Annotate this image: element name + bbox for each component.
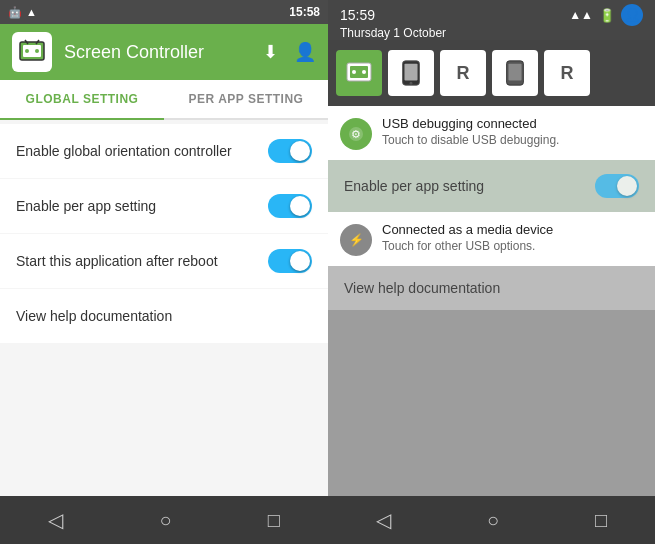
notif-usb-row: ⚙ USB debugging connected Touch to disab… bbox=[340, 116, 643, 150]
svg-point-12 bbox=[410, 82, 413, 85]
notif-usb-title: USB debugging connected bbox=[382, 116, 559, 131]
blurred-setting-row: Enable per app setting bbox=[328, 160, 655, 212]
setting-global-orientation: Enable global orientation controller bbox=[0, 124, 328, 178]
status-bar-right: 15:59 ▲▲ 🔋 👤 Thursday 1 October bbox=[328, 0, 655, 40]
app-logo bbox=[12, 32, 52, 72]
svg-point-9 bbox=[362, 70, 366, 74]
back-button-left[interactable]: ◁ bbox=[24, 500, 87, 540]
notif-usb-content: USB debugging connected Touch to disable… bbox=[382, 116, 559, 147]
svg-point-3 bbox=[35, 49, 39, 53]
usb-debug-icon: ⚙ bbox=[340, 118, 372, 150]
app-icon-android bbox=[336, 50, 382, 96]
notif-media[interactable]: ⚡ Connected as a media device Touch for … bbox=[328, 212, 655, 266]
time-left: 15:58 bbox=[289, 5, 320, 19]
toggle-knob bbox=[290, 251, 310, 271]
notif-usb-subtitle: Touch to disable USB debugging. bbox=[382, 133, 559, 147]
notif-usb-debug[interactable]: ⚙ USB debugging connected Touch to disab… bbox=[328, 106, 655, 160]
download-icon[interactable]: ⬇ bbox=[263, 41, 278, 63]
recents-button-left[interactable]: □ bbox=[244, 501, 304, 540]
back-button-right[interactable]: ◁ bbox=[352, 500, 415, 540]
setting-view-help[interactable]: View help documentation bbox=[0, 289, 328, 343]
status-bar-left: 🤖 ▲ 15:58 bbox=[0, 0, 328, 24]
bottom-nav-left: ◁ ○ □ bbox=[0, 496, 328, 544]
tab-per-app-setting[interactable]: PER APP SETTING bbox=[164, 80, 328, 120]
svg-rect-11 bbox=[404, 64, 417, 81]
status-icons-right: ▲▲ 🔋 👤 bbox=[569, 4, 643, 26]
app-header: Screen Controller ⬇ 👤 bbox=[0, 24, 328, 80]
notification-icon-row: R R bbox=[328, 40, 655, 106]
home-button-left[interactable]: ○ bbox=[135, 501, 195, 540]
recents-button-right[interactable]: □ bbox=[571, 501, 631, 540]
dim-overlay bbox=[328, 310, 655, 496]
android-icon: 🤖 bbox=[8, 6, 22, 19]
time-right: 15:59 bbox=[340, 7, 375, 23]
right-panel: 15:59 ▲▲ 🔋 👤 Thursday 1 October bbox=[328, 0, 655, 544]
setting-start-after-reboot: Start this application after reboot bbox=[0, 234, 328, 288]
blurred-toggle bbox=[595, 174, 639, 198]
media-icon: ⚡ bbox=[340, 224, 372, 256]
person-icon[interactable]: 👤 bbox=[294, 41, 316, 63]
app-icon-r2: R bbox=[544, 50, 590, 96]
notif-media-content: Connected as a media device Touch for ot… bbox=[382, 222, 553, 253]
svg-rect-14 bbox=[508, 64, 521, 81]
setting-global-orientation-label: Enable global orientation controller bbox=[16, 143, 268, 159]
notif-media-row: ⚡ Connected as a media device Touch for … bbox=[340, 222, 643, 256]
left-panel: 🤖 ▲ 15:58 Screen Controller ⬇ 👤 GLOBAL S… bbox=[0, 0, 328, 544]
home-button-right[interactable]: ○ bbox=[463, 501, 523, 540]
account-icon: 👤 bbox=[621, 4, 643, 26]
notif-media-title: Connected as a media device bbox=[382, 222, 553, 237]
blurred-setting-label: Enable per app setting bbox=[344, 178, 484, 194]
app-title: Screen Controller bbox=[64, 42, 251, 63]
status-row: 15:59 ▲▲ 🔋 👤 bbox=[340, 4, 643, 26]
toggle-knob bbox=[290, 196, 310, 216]
svg-point-2 bbox=[25, 49, 29, 53]
toggle-global-orientation[interactable] bbox=[268, 139, 312, 163]
view-help-right-label: View help documentation bbox=[344, 280, 500, 296]
settings-list: Enable global orientation controller Ena… bbox=[0, 120, 328, 496]
toggle-start-after-reboot[interactable] bbox=[268, 249, 312, 273]
tab-bar: GLOBAL SETTING PER APP SETTING bbox=[0, 80, 328, 120]
app-icon-phone2 bbox=[492, 50, 538, 96]
setting-per-app: Enable per app setting bbox=[0, 179, 328, 233]
svg-point-8 bbox=[352, 70, 356, 74]
svg-text:⚡: ⚡ bbox=[349, 232, 364, 247]
status-icons-left: 🤖 ▲ bbox=[8, 6, 37, 19]
view-help-right[interactable]: View help documentation bbox=[328, 266, 655, 310]
signal-right-icon: ▲▲ bbox=[569, 8, 593, 22]
toggle-knob bbox=[290, 141, 310, 161]
setting-per-app-label: Enable per app setting bbox=[16, 198, 268, 214]
app-icon-phone bbox=[388, 50, 434, 96]
app-icon-r1: R bbox=[440, 50, 486, 96]
bottom-nav-right: ◁ ○ □ bbox=[328, 496, 655, 544]
svg-text:⚙: ⚙ bbox=[351, 128, 361, 140]
signal-icon: ▲ bbox=[26, 6, 37, 18]
toggle-per-app[interactable] bbox=[268, 194, 312, 218]
setting-start-after-reboot-label: Start this application after reboot bbox=[16, 253, 268, 269]
notif-media-subtitle: Touch for other USB options. bbox=[382, 239, 553, 253]
battery-icon: 🔋 bbox=[599, 8, 615, 23]
blurred-toggle-knob bbox=[617, 176, 637, 196]
tab-global-setting[interactable]: GLOBAL SETTING bbox=[0, 80, 164, 120]
setting-view-help-label: View help documentation bbox=[16, 308, 312, 324]
date-right: Thursday 1 October bbox=[340, 26, 446, 40]
header-icons: ⬇ 👤 bbox=[263, 41, 316, 63]
